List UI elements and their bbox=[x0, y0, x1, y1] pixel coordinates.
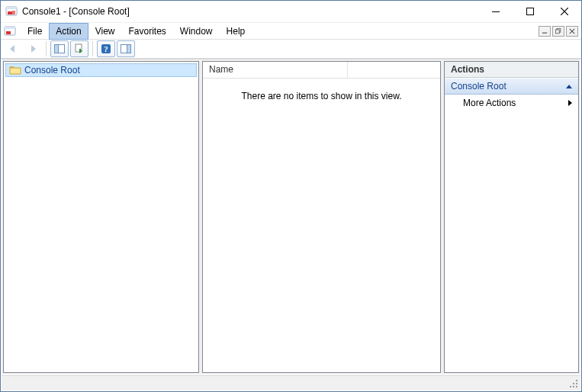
minimize-button[interactable] bbox=[478, 1, 513, 22]
svg-rect-20 bbox=[573, 383, 574, 384]
list-empty-text: There are no items to show in this view. bbox=[203, 79, 440, 101]
actions-pane: Actions Console Root More Actions bbox=[444, 61, 579, 373]
help-button[interactable]: ? bbox=[97, 40, 115, 57]
mdi-minimize-button[interactable] bbox=[539, 26, 551, 37]
window-controls bbox=[478, 1, 581, 22]
actions-item-more-actions[interactable]: More Actions bbox=[445, 95, 578, 111]
mmc-doc-icon bbox=[4, 25, 16, 37]
svg-rect-3 bbox=[12, 11, 15, 14]
maximize-button[interactable] bbox=[513, 1, 547, 22]
menu-help[interactable]: Help bbox=[220, 23, 252, 40]
svg-rect-23 bbox=[573, 386, 574, 387]
menu-favorites[interactable]: Favorites bbox=[122, 23, 173, 40]
collapse-arrow-icon bbox=[566, 85, 572, 88]
console-tree-pane: Console Root bbox=[3, 61, 199, 373]
svg-rect-9 bbox=[542, 32, 547, 33]
menu-view[interactable]: View bbox=[88, 23, 122, 40]
svg-rect-13 bbox=[55, 45, 59, 53]
svg-rect-18 bbox=[127, 45, 131, 53]
show-hide-console-tree-button[interactable] bbox=[50, 40, 69, 57]
client-area: Console Root Name There are no items to … bbox=[2, 59, 580, 374]
toolbar-separator bbox=[92, 41, 93, 56]
column-header-name[interactable]: Name bbox=[203, 62, 348, 78]
actions-group-console-root[interactable]: Console Root bbox=[445, 78, 578, 95]
tree-item-console-root[interactable]: Console Root bbox=[5, 63, 197, 77]
menu-window[interactable]: Window bbox=[173, 23, 220, 40]
back-button[interactable] bbox=[4, 40, 22, 57]
toolbar: ? bbox=[1, 39, 581, 59]
svg-text:?: ? bbox=[104, 44, 108, 53]
svg-rect-8 bbox=[6, 31, 11, 34]
svg-rect-24 bbox=[576, 386, 577, 387]
menubar: File Action View Favorites Window Help bbox=[1, 22, 581, 39]
mdi-restore-button[interactable] bbox=[552, 26, 564, 37]
chevron-right-icon bbox=[568, 100, 572, 106]
folder-icon bbox=[9, 64, 21, 76]
mdi-window-controls bbox=[539, 26, 581, 37]
actions-pane-header: Actions bbox=[445, 62, 578, 78]
tree-item-label: Console Root bbox=[24, 65, 80, 76]
titlebar: Console1 - [Console Root] bbox=[1, 1, 581, 22]
mmc-app-icon bbox=[5, 5, 18, 18]
menu-action[interactable]: Action bbox=[49, 23, 88, 40]
window-title: Console1 - [Console Root] bbox=[22, 6, 478, 17]
toolbar-separator bbox=[46, 41, 47, 56]
mdi-close-button[interactable] bbox=[566, 26, 578, 37]
svg-rect-22 bbox=[570, 386, 571, 387]
list-header: Name bbox=[203, 62, 440, 79]
svg-rect-19 bbox=[576, 380, 577, 381]
statusbar bbox=[2, 375, 580, 390]
resize-grip[interactable] bbox=[570, 380, 579, 389]
svg-rect-7 bbox=[5, 27, 15, 29]
actions-item-label: More Actions bbox=[463, 98, 516, 108]
forward-button[interactable] bbox=[24, 40, 42, 57]
svg-rect-4 bbox=[492, 11, 500, 12]
export-list-button[interactable] bbox=[70, 40, 88, 57]
actions-group-label: Console Root bbox=[451, 81, 506, 92]
result-list-pane: Name There are no items to show in this … bbox=[202, 61, 441, 373]
close-button[interactable] bbox=[547, 1, 581, 22]
svg-rect-5 bbox=[526, 8, 533, 15]
svg-rect-2 bbox=[8, 11, 12, 14]
menu-file[interactable]: File bbox=[21, 23, 49, 40]
svg-rect-11 bbox=[555, 30, 559, 34]
svg-rect-21 bbox=[576, 383, 577, 384]
svg-rect-1 bbox=[6, 7, 17, 9]
show-hide-action-pane-button[interactable] bbox=[117, 40, 135, 57]
